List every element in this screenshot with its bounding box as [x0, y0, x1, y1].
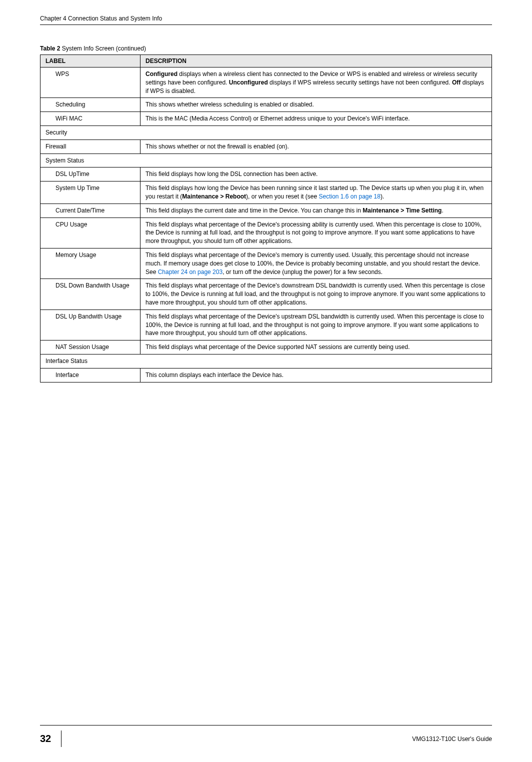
footer-content: 32 VMG1312-T10C User's Guide [40, 730, 492, 747]
row-label: Interface [40, 368, 140, 382]
header-label: LABEL [40, 55, 140, 68]
row-label: Current Date/Time [40, 204, 140, 218]
table-row: DSL UpTimeThis field displays how long t… [40, 168, 492, 182]
section-label: System Status [40, 154, 492, 168]
table-row: Security [40, 126, 492, 140]
guide-title: VMG1312-T10C User's Guide [412, 736, 492, 742]
cross-reference-link[interactable]: Section 1.6 on page 18 [318, 193, 380, 200]
row-label: System Up Time [40, 182, 140, 204]
table-row: Interface Status [40, 354, 492, 368]
table-row: SchedulingThis shows whether wireless sc… [40, 98, 492, 112]
table-row: FirewallThis shows whether or not the fi… [40, 140, 492, 154]
row-label: DSL Down Bandwith Usage [40, 279, 140, 310]
row-label: DSL Up Bandwith Usage [40, 310, 140, 340]
system-info-table: LABEL DESCRIPTION WPSConfigured displays… [40, 54, 492, 382]
row-description: This field displays how long the DSL con… [140, 168, 492, 182]
row-description: This field displays what percentage of t… [140, 248, 492, 278]
row-description: This field displays what percentage of t… [140, 340, 492, 354]
row-label: CPU Usage [40, 218, 140, 248]
row-label: Scheduling [40, 98, 140, 112]
table-row: System Up TimeThis field displays how lo… [40, 182, 492, 204]
table-row: DSL Down Bandwith UsageThis field displa… [40, 279, 492, 310]
table-caption-bold: Table 2 [40, 45, 60, 52]
section-label: Interface Status [40, 354, 492, 368]
row-description: This shows whether wireless scheduling i… [140, 98, 492, 112]
page-footer: 32 VMG1312-T10C User's Guide [0, 725, 532, 747]
row-label: WiFi MAC [40, 112, 140, 126]
table-row: Current Date/TimeThis field displays the… [40, 204, 492, 218]
table-header-row: LABEL DESCRIPTION [40, 55, 492, 68]
table-row: WiFi MACThis is the MAC (Media Access Co… [40, 112, 492, 126]
row-description: Configured displays when a wireless clie… [140, 68, 492, 98]
row-label: DSL UpTime [40, 168, 140, 182]
section-label: Security [40, 126, 492, 140]
table-caption-text: System Info Screen (continued) [60, 45, 146, 52]
main-content: Table 2 System Info Screen (continued) L… [0, 45, 532, 382]
row-description: This is the MAC (Media Access Control) o… [140, 112, 492, 126]
table-row: InterfaceThis column displays each inter… [40, 368, 492, 382]
page-number: 32 [40, 730, 62, 747]
row-description: This column displays each interface the … [140, 368, 492, 382]
header-divider [40, 24, 492, 25]
row-label: Firewall [40, 140, 140, 154]
row-label: NAT Session Usage [40, 340, 140, 354]
table-row: Memory UsageThis field displays what per… [40, 248, 492, 278]
page-header: Chapter 4 Connection Status and System I… [0, 0, 532, 45]
cross-reference-link[interactable]: Chapter 24 on page 203 [158, 268, 222, 276]
row-description: This field displays the current date and… [140, 204, 492, 218]
row-description: This field displays how long the Device … [140, 182, 492, 204]
table-caption: Table 2 System Info Screen (continued) [40, 45, 492, 52]
footer-divider [40, 725, 492, 726]
header-description: DESCRIPTION [140, 55, 492, 68]
table-row: DSL Up Bandwith UsageThis field displays… [40, 310, 492, 340]
row-description: This shows whether or not the firewall i… [140, 140, 492, 154]
row-description: This field displays what percentage of t… [140, 279, 492, 310]
row-description: This field displays what percentage of t… [140, 218, 492, 248]
row-description: This field displays what percentage of t… [140, 310, 492, 340]
row-label: Memory Usage [40, 248, 140, 278]
row-label: WPS [40, 68, 140, 98]
table-row: NAT Session UsageThis field displays wha… [40, 340, 492, 354]
table-row: WPSConfigured displays when a wireless c… [40, 68, 492, 98]
table-row: CPU UsageThis field displays what percen… [40, 218, 492, 248]
chapter-title: Chapter 4 Connection Status and System I… [40, 15, 492, 22]
table-row: System Status [40, 154, 492, 168]
